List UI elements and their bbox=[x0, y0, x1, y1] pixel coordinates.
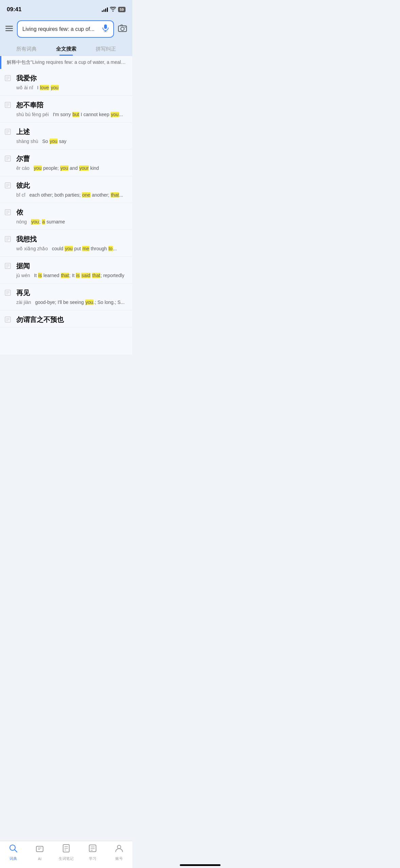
battery-icon: 59 bbox=[118, 7, 126, 12]
nav-label-ai: AI bbox=[38, 857, 41, 861]
dict-icon bbox=[9, 844, 18, 855]
ai-icon bbox=[35, 845, 44, 855]
camera-icon[interactable] bbox=[118, 24, 127, 34]
tab-fulltext-search[interactable]: 全文搜索 bbox=[46, 42, 86, 56]
svg-rect-8 bbox=[121, 25, 122, 26]
note-icon bbox=[5, 129, 11, 137]
nav-label-study: 学习 bbox=[89, 856, 96, 861]
signal-icon bbox=[102, 7, 108, 12]
nav-item-account[interactable]: 账号 bbox=[109, 844, 129, 861]
list-item[interactable]: 上述 shàng shù So you say bbox=[0, 123, 132, 149]
study-icon bbox=[88, 844, 97, 855]
word-detail: ěr cáo you people; you and your kind bbox=[16, 165, 127, 172]
word-detail: jù wén It is learned that; It is said th… bbox=[16, 272, 127, 279]
search-input-container[interactable]: Living requires few: a cup of... bbox=[17, 20, 114, 38]
microphone-icon[interactable] bbox=[102, 24, 109, 34]
pinyin: wǒ ài nǐ bbox=[16, 85, 33, 90]
note-icon bbox=[5, 290, 11, 297]
word-chinese: 我爱你 bbox=[16, 74, 127, 83]
pinyin: shàng shù bbox=[16, 139, 38, 144]
svg-line-51 bbox=[15, 850, 17, 852]
note-icon bbox=[5, 102, 11, 110]
word-chinese: 上述 bbox=[16, 127, 127, 137]
note-icon bbox=[5, 263, 11, 271]
svg-rect-1 bbox=[5, 28, 13, 29]
word-detail: shàng shù So you say bbox=[16, 138, 127, 145]
nav-item-notes[interactable]: 生词笔记 bbox=[56, 844, 76, 861]
word-detail: nóng you; a surname bbox=[16, 218, 127, 225]
list-item[interactable]: 侬 nóng you; a surname bbox=[0, 203, 132, 230]
svg-rect-59 bbox=[89, 845, 96, 852]
word-detail: wǒ ài nǐ I love you bbox=[16, 84, 127, 91]
word-chinese: 据闻 bbox=[16, 261, 127, 271]
nav-item-study[interactable]: 学习 bbox=[82, 844, 103, 861]
pinyin: ěr cáo bbox=[16, 165, 30, 171]
list-item[interactable]: 我想找 wǒ xiǎng zhǎo could you put me throu… bbox=[0, 230, 132, 257]
word-detail: shù bú fèng péi I'm sorry but I cannot k… bbox=[16, 111, 127, 118]
tab-spell-check[interactable]: 拼写纠正 bbox=[86, 42, 126, 56]
svg-rect-3 bbox=[104, 24, 107, 29]
pinyin: jù wén bbox=[16, 273, 30, 278]
bottom-nav: 词典 AI 生词笔记 bbox=[0, 841, 132, 868]
nav-item-ai[interactable]: AI bbox=[30, 845, 50, 861]
account-icon bbox=[115, 844, 123, 855]
svg-rect-0 bbox=[5, 26, 13, 27]
nav-label-notes: 生词笔记 bbox=[59, 856, 74, 861]
list-item[interactable]: 尔曹 ěr cáo you people; you and your kind bbox=[0, 149, 132, 176]
word-chinese: 侬 bbox=[16, 208, 127, 217]
word-chinese: 彼此 bbox=[16, 181, 127, 190]
wifi-icon bbox=[110, 7, 116, 13]
note-icon bbox=[5, 156, 11, 163]
list-item[interactable]: 据闻 jù wén It is learned that; It is said… bbox=[0, 257, 132, 284]
pinyin: wǒ xiǎng zhǎo bbox=[16, 246, 48, 251]
tab-all-dict[interactable]: 所有词典 bbox=[7, 42, 46, 56]
word-detail: zài jiàn good-bye; I'll be seeing you.; … bbox=[16, 299, 127, 306]
note-icon bbox=[5, 75, 11, 83]
list-item[interactable]: 勿谓言之不预也 bbox=[0, 310, 132, 327]
search-tabs: 所有词典 全文搜索 拼写纠正 bbox=[0, 42, 132, 56]
results-list: 我爱你 wǒ ài nǐ I love you 恕不奉陪 shù bú fèng… bbox=[0, 69, 132, 355]
word-chinese: 我想找 bbox=[16, 235, 127, 244]
note-icon bbox=[5, 182, 11, 190]
status-bar: 09:41 59 bbox=[0, 0, 132, 17]
word-chinese: 恕不奉陪 bbox=[16, 101, 127, 110]
list-item[interactable]: 再见 zài jiàn good-bye; I'll be seeing you… bbox=[0, 284, 132, 310]
hamburger-icon[interactable] bbox=[5, 25, 13, 33]
info-banner: 解释中包含"Living requires few: a cup of wate… bbox=[0, 56, 132, 69]
note-icon bbox=[5, 209, 11, 217]
word-chinese: 勿谓言之不预也 bbox=[16, 315, 127, 324]
word-chinese: 尔曹 bbox=[16, 154, 127, 163]
search-input-text: Living requires few: a cup of... bbox=[22, 26, 100, 32]
list-item[interactable]: 我爱你 wǒ ài nǐ I love you bbox=[0, 69, 132, 96]
svg-point-63 bbox=[117, 845, 121, 849]
nav-item-dict[interactable]: 词典 bbox=[3, 844, 23, 861]
word-detail: wǒ xiǎng zhǎo could you put me through t… bbox=[16, 245, 127, 252]
notes-icon bbox=[62, 844, 71, 855]
note-icon bbox=[5, 317, 11, 324]
pinyin: nóng bbox=[16, 219, 27, 224]
pinyin: shù bú fèng péi bbox=[16, 112, 49, 117]
word-detail: bǐ cǐ each other; both parties; one anot… bbox=[16, 192, 127, 199]
word-chinese: 再见 bbox=[16, 288, 127, 297]
svg-rect-52 bbox=[36, 846, 43, 852]
search-header: Living requires few: a cup of... bbox=[0, 17, 132, 42]
svg-point-7 bbox=[121, 27, 124, 31]
nav-label-account: 账号 bbox=[115, 856, 123, 861]
pinyin: zài jiàn bbox=[16, 300, 31, 305]
svg-rect-2 bbox=[5, 30, 13, 31]
status-time: 09:41 bbox=[7, 6, 21, 13]
nav-label-dict: 词典 bbox=[9, 856, 17, 861]
pinyin: bǐ cǐ bbox=[16, 192, 25, 198]
list-item[interactable]: 恕不奉陪 shù bú fèng péi I'm sorry but I can… bbox=[0, 96, 132, 123]
note-icon bbox=[5, 236, 11, 244]
status-icons: 59 bbox=[102, 7, 126, 13]
list-item[interactable]: 彼此 bǐ cǐ each other; both parties; one a… bbox=[0, 176, 132, 203]
svg-point-9 bbox=[125, 26, 126, 28]
